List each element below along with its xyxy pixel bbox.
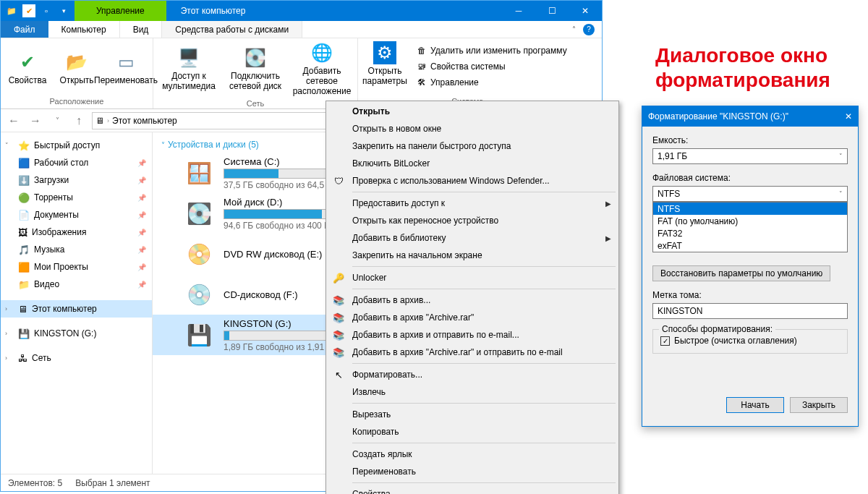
nav-back-button[interactable]: ← bbox=[5, 112, 22, 129]
nav-downloads[interactable]: ⬇️ Загрузки bbox=[1, 171, 152, 189]
menu-item-label: Создать ярлык bbox=[352, 449, 412, 459]
menu-item-label: Unlocker bbox=[352, 273, 386, 283]
annotation-title: Диалоговое окно форматирования bbox=[655, 43, 868, 92]
tab-drive-tools[interactable]: Средства работы с дисками bbox=[162, 21, 302, 38]
menu-item-label: Добавить в архив "Archive.rar" и отправи… bbox=[352, 347, 563, 357]
properties-button[interactable]: ✔ Свойства bbox=[4, 40, 51, 95]
dropdown-option[interactable]: FAT32 bbox=[653, 227, 847, 239]
folder-icon: 📂 bbox=[65, 51, 88, 74]
nav-up-button[interactable]: ↑ bbox=[70, 112, 88, 129]
context-menu: ОткрытьОткрыть в новом окнеЗакрепить на … bbox=[326, 101, 619, 494]
context-menu-item[interactable]: Свойства bbox=[328, 485, 617, 494]
start-button[interactable]: Начать bbox=[726, 397, 784, 413]
filesystem-combo[interactable]: NTFS˅ NTFSFAT (по умолчанию)FAT32exFAT bbox=[652, 186, 848, 202]
context-menu-item[interactable]: 📚Добавить в архив "Archive.rar" и отправ… bbox=[328, 344, 617, 361]
drive-icon: 💾 bbox=[182, 321, 216, 349]
nav-this-pc[interactable]: ›🖥 Этот компьютер bbox=[1, 300, 152, 318]
context-menu-item[interactable]: 📚Добавить в архив... bbox=[328, 291, 617, 309]
format-options-legend: Способы форматирования: bbox=[659, 324, 775, 334]
context-menu-item[interactable]: Открыть bbox=[328, 103, 617, 120]
chevron-down-icon: ˅ bbox=[839, 190, 843, 197]
context-menu-item[interactable]: 📚Добавить в архив и отправить по e-mail.… bbox=[328, 326, 617, 344]
context-menu-item[interactable]: 📚Добавить в архив "Archive.rar" bbox=[328, 309, 617, 326]
context-menu-item[interactable]: Вырезать bbox=[328, 406, 617, 423]
context-menu-item[interactable]: Включить BitLocker bbox=[328, 155, 617, 172]
menu-item-label: Добавить в архив "Archive.rar" bbox=[352, 312, 474, 323]
nav-forward-button[interactable]: → bbox=[27, 112, 44, 129]
context-menu-item[interactable]: Переименовать bbox=[328, 463, 617, 480]
window-title: Этот компьютер bbox=[166, 1, 260, 21]
rar-icon: 📚 bbox=[332, 328, 345, 341]
check-icon[interactable]: ✔ bbox=[22, 4, 35, 17]
tab-view[interactable]: Вид bbox=[120, 21, 163, 38]
menu-item-label: Открыть bbox=[352, 106, 390, 116]
map-drive-button[interactable]: 💽 Подключить сетевой диск bbox=[223, 40, 288, 98]
context-menu-item[interactable]: 🔑Unlocker bbox=[328, 269, 617, 286]
dropdown-option[interactable]: FAT (по умолчанию) bbox=[653, 215, 847, 227]
help-icon[interactable]: ? bbox=[583, 24, 595, 35]
checkmark-icon: ✔ bbox=[16, 51, 39, 74]
system-buttons: 🗑Удалить или изменить программу 🖳Свойств… bbox=[410, 40, 574, 93]
nav-kingston[interactable]: ›💾 KINGSTON (G:) bbox=[1, 325, 152, 342]
tab-computer[interactable]: Компьютер bbox=[48, 21, 120, 38]
nav-projects[interactable]: 🟧 Мои Проекты bbox=[1, 258, 152, 276]
context-menu-item[interactable]: 🛡Проверка с использованием Windows Defen… bbox=[328, 172, 617, 189]
dropdown-option[interactable]: NTFS bbox=[653, 203, 847, 215]
status-count: Элементов: 5 bbox=[8, 478, 62, 488]
close-dialog-button[interactable]: Закрыть bbox=[790, 397, 848, 413]
menu-item-label: Добавить в архив и отправить по e-mail..… bbox=[352, 330, 519, 340]
nav-video[interactable]: 📁 Видео bbox=[1, 276, 152, 293]
menu-item-label: Извлечь bbox=[352, 387, 386, 397]
qat-chevron-icon[interactable]: ▾ bbox=[57, 4, 70, 17]
qat-folder-icon[interactable]: ▫ bbox=[40, 4, 53, 17]
context-menu-item[interactable]: Предоставить доступ к▶ bbox=[328, 195, 617, 212]
capacity-combo[interactable]: 1,91 ГБ˅ bbox=[652, 148, 848, 164]
media-icon: 🖥️ bbox=[177, 46, 200, 69]
minimize-button[interactable]: ─ bbox=[502, 1, 535, 21]
context-menu-item[interactable]: Создать ярлык bbox=[328, 446, 617, 463]
quick-access[interactable]: ˅⭐ Быстрый доступ bbox=[1, 137, 152, 154]
nav-history-dropdown[interactable]: ˅ bbox=[48, 112, 66, 129]
menu-item-label: Закрепить на начальном экране bbox=[352, 250, 482, 260]
nav-music[interactable]: 🎵 Музыка bbox=[1, 241, 152, 258]
contextual-tab-group: Управление Этот компьютер bbox=[75, 1, 260, 21]
nav-torrents[interactable]: 🟢 Торренты bbox=[1, 189, 152, 206]
manage-button[interactable]: 🛠Управление bbox=[417, 74, 567, 90]
menu-item-label: Проверка с использованием Windows Defend… bbox=[352, 176, 550, 186]
context-menu-item[interactable]: Открыть в новом окне bbox=[328, 120, 617, 137]
add-network-button[interactable]: 🌐 Добавить сетевое расположение bbox=[289, 40, 354, 98]
maximize-button[interactable]: ☐ bbox=[535, 1, 569, 21]
open-settings-button[interactable]: ⚙ Открыть параметры bbox=[361, 40, 409, 88]
dropdown-option[interactable]: exFAT bbox=[653, 239, 847, 252]
submenu-arrow-icon: ▶ bbox=[605, 200, 611, 208]
nav-documents[interactable]: 📄 Документы bbox=[1, 206, 152, 223]
volume-label-input[interactable] bbox=[652, 303, 848, 319]
nav-network[interactable]: ›🖧 Сеть bbox=[1, 349, 152, 367]
file-tab[interactable]: Файл bbox=[1, 21, 48, 38]
media-access-button[interactable]: 🖥️ Доступ к мультимедиа bbox=[156, 40, 221, 98]
open-button[interactable]: 📂 Открыть bbox=[53, 40, 101, 95]
network-drive-icon: 💽 bbox=[244, 46, 267, 69]
restore-defaults-button[interactable]: Восстановить параметры по умолчанию bbox=[652, 265, 830, 281]
rename-button[interactable]: ▭ Переименовать bbox=[102, 40, 150, 95]
system-props-button[interactable]: 🖳Свойства системы bbox=[417, 59, 567, 74]
status-selected: Выбран 1 элемент bbox=[75, 478, 150, 488]
context-menu-item[interactable]: Закрепить на начальном экране bbox=[328, 247, 617, 264]
nav-images[interactable]: 🖼 Изображения bbox=[1, 223, 152, 241]
uninstall-button[interactable]: 🗑Удалить или изменить программу bbox=[417, 43, 567, 59]
context-menu-item[interactable]: Открыть как переносное устройство bbox=[328, 212, 617, 229]
context-menu-item[interactable]: Копировать bbox=[328, 423, 617, 440]
context-menu-item[interactable]: ↖Форматировать... bbox=[328, 366, 617, 383]
context-menu-item[interactable]: Извлечь bbox=[328, 383, 617, 401]
nav-desktop[interactable]: 🟦 Рабочий стол bbox=[1, 154, 152, 171]
menu-item-label: Переименовать bbox=[352, 467, 416, 477]
ribbon-group-network: Сеть bbox=[247, 98, 264, 109]
close-button[interactable]: ✕ bbox=[569, 1, 602, 21]
context-menu-item[interactable]: Закрепить на панели быстрого доступа bbox=[328, 137, 617, 155]
ribbon-collapse-icon[interactable]: ˄ bbox=[572, 25, 576, 33]
context-menu-item[interactable]: Добавить в библиотеку▶ bbox=[328, 229, 617, 247]
menu-item-label: Предоставить доступ к bbox=[352, 198, 445, 208]
quick-format-checkbox[interactable]: ✓ Быстрое (очистка оглавления) bbox=[660, 336, 840, 346]
dialog-close-button[interactable]: ✕ bbox=[845, 111, 852, 122]
explorer-icon: 📁 bbox=[5, 4, 18, 17]
